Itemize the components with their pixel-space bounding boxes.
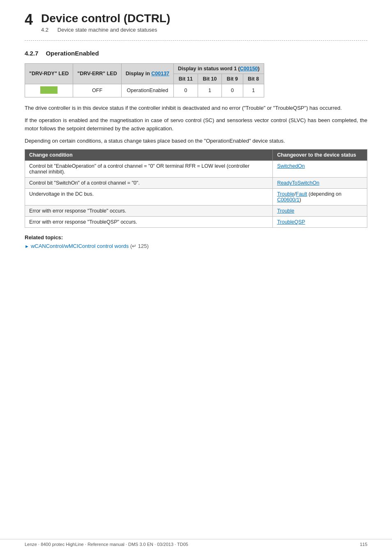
status-table: "DRV-RDY" LED "DRV-ERR" LED Display in C… <box>25 63 264 97</box>
change-changeover-2: Trouble/Fault (depending on C00600/1) <box>273 189 367 206</box>
bit8-val: 1 <box>243 84 264 97</box>
related-link-pageref: (↵ 125) <box>130 243 149 249</box>
chapter-subtitle-number: 4.2 <box>41 27 48 33</box>
chapter-subtitle-text: Device state machine and device statuses <box>58 27 157 33</box>
change-changeover-3: Trouble <box>273 206 367 217</box>
operation-enabled-cell: OperationEnabled <box>121 84 173 97</box>
section-number: 4.2.7 <box>25 50 38 57</box>
page-footer: Lenze · 8400 protec HighLine · Reference… <box>0 539 392 547</box>
col-display: Display in C00137 <box>121 63 173 84</box>
bit11-val: 0 <box>174 84 198 97</box>
col-bit9: Bit 9 <box>222 74 243 84</box>
green-led <box>40 86 58 94</box>
change-col2-header: Changeover to the device status <box>273 150 367 161</box>
chapter-subtitle: 4.2 Device state machine and device stat… <box>41 27 170 33</box>
fault-link-2[interactable]: Fault <box>296 191 307 197</box>
changeover-link-3[interactable]: Trouble <box>277 208 294 214</box>
col-status-word: Display in status word 1 (C00150) <box>174 63 264 74</box>
change-condition-3: Error with error response "Trouble" occu… <box>25 206 273 217</box>
related-link-item[interactable]: ► wCANControl/wMCIControl control words … <box>25 243 367 249</box>
footer-right: 115 <box>360 542 367 547</box>
trouble-link-2[interactable]: Trouble <box>277 191 294 197</box>
paragraph-2: If the operation is enabled and the magn… <box>25 116 367 133</box>
bit10-val: 1 <box>198 84 222 97</box>
header-titles: Device control (DCTRL) 4.2 Device state … <box>41 12 170 33</box>
related-link-text: wCANControl/wMCIControl control words <box>31 243 130 249</box>
change-condition-2: Undervoltage in the DC bus. <box>25 189 273 206</box>
change-changeover-4: TroubleQSP <box>273 217 367 228</box>
drv-err-off: OFF <box>73 84 121 97</box>
change-changeover-1: ReadyToSwitchOn <box>273 178 367 189</box>
changeover-link-0[interactable]: SwitchedOn <box>277 163 304 169</box>
change-condition-4: Error with error response "TroubleQSP" o… <box>25 217 273 228</box>
related-topics-title: Related topics: <box>25 234 367 240</box>
change-changeover-0: SwitchedOn <box>273 161 367 178</box>
col-bit11: Bit 11 <box>174 74 198 84</box>
col-bit8: Bit 8 <box>243 74 264 84</box>
col-bit10: Bit 10 <box>198 74 222 84</box>
section-title: OperationEnabled <box>46 50 99 57</box>
change-col1-header: Change condition <box>25 150 273 161</box>
changeover-link-4[interactable]: TroubleQSP <box>277 219 305 225</box>
section-divider <box>25 40 367 41</box>
related-topics: Related topics: ► wCANControl/wMCIContro… <box>25 234 367 249</box>
change-table: Change condition Changeover to the devic… <box>25 149 367 228</box>
paragraph-3: Depending on certain conditions, a statu… <box>25 137 367 145</box>
paragraph-1: The drive controller is in this device s… <box>25 104 367 112</box>
chapter-title: Device control (DCTRL) <box>41 12 170 25</box>
footer-left: Lenze · 8400 protec HighLine · Reference… <box>25 542 188 547</box>
change-condition-0: Control bit "EnableOperation" of a contr… <box>25 161 273 178</box>
col-drv-rdy: "DRV-RDY" LED <box>25 63 73 84</box>
chapter-header: 4 Device control (DCTRL) 4.2 Device stat… <box>25 12 367 33</box>
led-green-cell <box>25 84 73 97</box>
chapter-number: 4 <box>25 12 33 27</box>
arrow-icon: ► <box>25 244 29 249</box>
related-link[interactable]: wCANControl/wMCIControl control words (↵… <box>31 243 149 249</box>
section-heading: 4.2.7 OperationEnabled <box>25 50 367 57</box>
change-condition-1: Control bit "SwitchOn" of a control chan… <box>25 178 273 189</box>
c00150-link[interactable]: C00150 <box>240 66 258 72</box>
bit9-val: 0 <box>222 84 243 97</box>
changeover-link-1[interactable]: ReadyToSwitchOn <box>277 180 319 186</box>
c00600-link-2[interactable]: C00600/1 <box>277 197 299 203</box>
col-drv-err: "DRV-ERR" LED <box>73 63 121 84</box>
c00137-link[interactable]: C00137 <box>151 71 169 76</box>
